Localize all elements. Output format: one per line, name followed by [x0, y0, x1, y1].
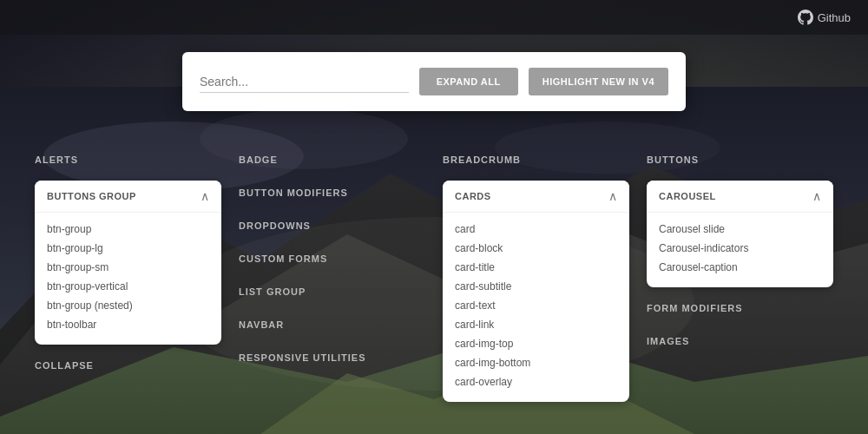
list-item[interactable]: card-subtitle [455, 277, 617, 296]
section-label-3-3[interactable]: IMAGES [647, 329, 833, 353]
list-item[interactable]: btn-group-lg [47, 239, 209, 258]
highlight-new-button[interactable]: HIGHLIGHT NEW IN V4 [529, 68, 668, 95]
section-label-1-5[interactable]: NAVBAR [239, 312, 425, 337]
github-icon [798, 10, 813, 25]
github-link[interactable]: Github [798, 10, 851, 25]
column-4: BUTTONSCAROUSEL∧Carousel slideCarousel-i… [638, 148, 842, 434]
list-item[interactable]: card-title [455, 258, 617, 277]
card-2-1: CARDS∧cardcard-blockcard-titlecard-subti… [443, 181, 629, 402]
chevron-up-icon: ∧ [201, 189, 209, 203]
section-label-1-1[interactable]: BUTTON MODIFIERS [239, 181, 425, 205]
section-label-1-0[interactable]: BADGE [239, 148, 425, 172]
card-header-2-1[interactable]: CARDS∧ [443, 181, 629, 212]
section-label-1-2[interactable]: DROPDOWNS [239, 214, 425, 238]
card-body: btn-groupbtn-group-lgbtn-group-smbtn-gro… [35, 212, 221, 345]
section-label-2-0[interactable]: BREADCRUMB [443, 148, 629, 172]
list-item[interactable]: btn-group (nested) [47, 296, 209, 315]
list-item[interactable]: Carousel slide [659, 220, 821, 239]
list-item[interactable]: card-text [455, 296, 617, 315]
list-item[interactable]: btn-group [47, 220, 209, 239]
chevron-up-icon: ∧ [608, 189, 617, 203]
list-item[interactable]: card-img-top [455, 334, 617, 353]
section-label-1-4[interactable]: LIST GROUP [239, 279, 425, 304]
section-label-3-0[interactable]: BUTTONS [647, 148, 833, 172]
column-1: ALERTSBUTTONS GROUP∧btn-groupbtn-group-l… [26, 148, 230, 434]
search-input[interactable] [200, 71, 409, 93]
list-item[interactable]: Carousel-caption [659, 258, 821, 277]
content-grid: ALERTSBUTTONS GROUP∧btn-groupbtn-group-l… [0, 148, 868, 434]
card-body: cardcard-blockcard-titlecard-subtitlecar… [443, 212, 629, 402]
section-label-0-2[interactable]: COLLAPSE [35, 353, 221, 378]
search-area: EXPAND ALL HIGHLIGHT NEW IN V4 [182, 52, 686, 111]
section-label-3-2[interactable]: FORM MODIFIERS [647, 296, 833, 320]
card-title: CAROUSEL [659, 191, 716, 201]
expand-all-button[interactable]: EXPAND ALL [419, 68, 518, 95]
card-3-1: CAROUSEL∧Carousel slideCarousel-indicato… [647, 181, 833, 287]
list-item[interactable]: btn-group-sm [47, 258, 209, 277]
column-2: BADGEBUTTON MODIFIERSDROPDOWNSCUSTOM FOR… [230, 148, 434, 434]
list-item[interactable]: card [455, 220, 617, 239]
github-label: Github [818, 11, 851, 24]
list-item[interactable]: Carousel-indicators [659, 239, 821, 258]
card-title: CARDS [455, 191, 491, 201]
card-header-0-1[interactable]: BUTTONS GROUP∧ [35, 181, 221, 212]
list-item[interactable]: card-link [455, 315, 617, 334]
section-label-1-6[interactable]: RESPONSIVE UTILITIES [239, 345, 425, 370]
list-item[interactable]: card-img-bottom [455, 353, 617, 372]
topbar: Github [0, 0, 868, 35]
card-0-1: BUTTONS GROUP∧btn-groupbtn-group-lgbtn-g… [35, 181, 221, 345]
card-title: BUTTONS GROUP [47, 191, 136, 201]
list-item[interactable]: btn-toolbar [47, 315, 209, 334]
section-label-0-0[interactable]: ALERTS [35, 148, 221, 172]
list-item[interactable]: card-overlay [455, 372, 617, 391]
column-3: BREADCRUMBCARDS∧cardcard-blockcard-title… [434, 148, 638, 434]
chevron-up-icon: ∧ [812, 189, 821, 203]
section-label-1-3[interactable]: CUSTOM FORMS [239, 247, 425, 271]
list-item[interactable]: card-block [455, 239, 617, 258]
list-item[interactable]: btn-group-vertical [47, 277, 209, 296]
card-body: Carousel slideCarousel-indicatorsCarouse… [647, 212, 833, 287]
card-header-3-1[interactable]: CAROUSEL∧ [647, 181, 833, 212]
